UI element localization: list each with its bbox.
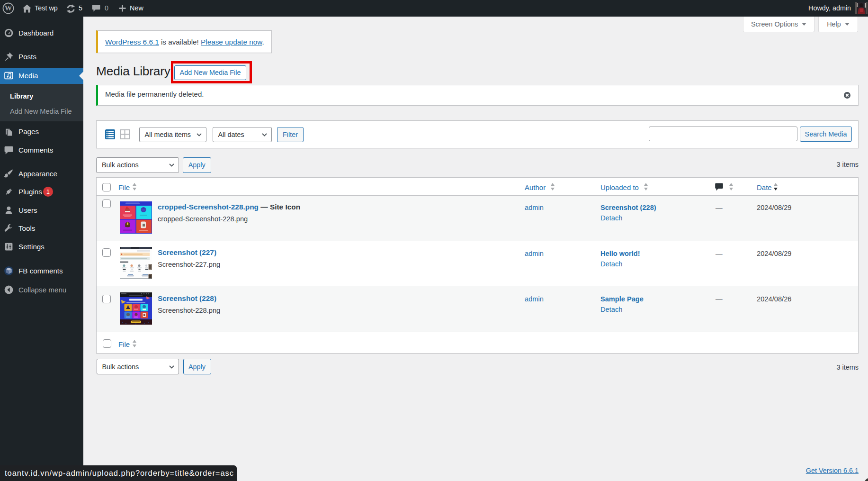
svg-text:W: W	[5, 4, 12, 12]
